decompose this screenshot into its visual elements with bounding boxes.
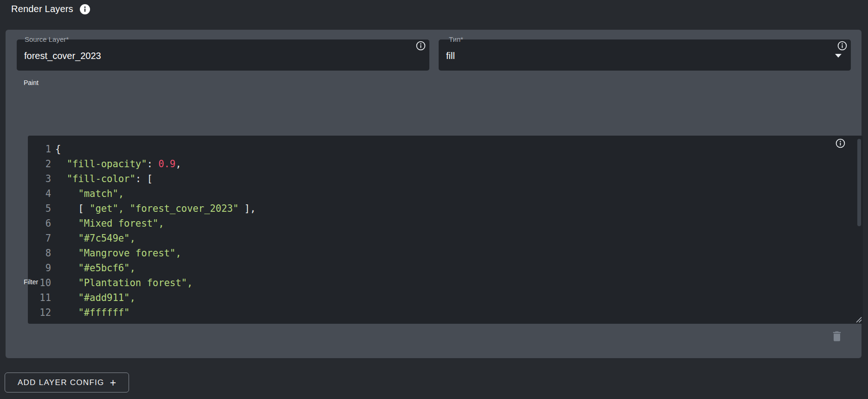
code-line: 5 [ "get", "forest_cover_2023" ], bbox=[28, 201, 854, 216]
paint-section: Paint 1{2 "fill-opacity": 0.9,3 "fill-co… bbox=[17, 83, 852, 271]
trash-icon bbox=[830, 337, 843, 344]
render-layers-page: Render Layers Source Layer* forest_cover… bbox=[0, 0, 868, 399]
code-text: [ "get", "forest_cover_2023" ], bbox=[51, 201, 256, 216]
page-header: Render Layers bbox=[11, 4, 90, 14]
plus-icon: + bbox=[110, 378, 116, 387]
line-number: 7 bbox=[28, 231, 51, 246]
code-line: 9 "#e5bcf6", bbox=[28, 261, 854, 275]
code-text: "fill-color": [ bbox=[51, 171, 153, 186]
filter-label: Filter bbox=[24, 278, 38, 286]
code-line: 1{ bbox=[28, 142, 854, 157]
add-layer-config-label: ADD LAYER CONFIG bbox=[18, 378, 104, 387]
line-number: 6 bbox=[28, 216, 51, 231]
line-number: 1 bbox=[28, 142, 51, 157]
code-text: "fill-opacity": 0.9, bbox=[51, 157, 181, 171]
line-number: 8 bbox=[28, 246, 51, 261]
filter-section: Filter 1[ "!=", [ "get", "forest_cover_2… bbox=[17, 282, 852, 310]
page-title: Render Layers bbox=[11, 4, 73, 14]
delete-layer-button[interactable] bbox=[830, 330, 844, 344]
chevron-down-icon[interactable] bbox=[835, 54, 842, 58]
info-outline-icon[interactable] bbox=[416, 41, 426, 51]
paint-label: Paint bbox=[24, 78, 39, 87]
code-line: 7 "#7c549e", bbox=[28, 231, 854, 246]
code-text: "match", bbox=[51, 186, 124, 201]
code-text: { bbox=[51, 142, 61, 157]
code-line: 3 "fill-color": [ bbox=[28, 171, 854, 186]
line-number: 3 bbox=[28, 171, 51, 186]
info-outline-icon[interactable] bbox=[837, 41, 847, 51]
code-line: 8 "Mangrove forest", bbox=[28, 246, 854, 261]
code-text: "#7c549e", bbox=[51, 231, 136, 246]
line-number: 2 bbox=[28, 157, 51, 171]
resize-grip-icon[interactable] bbox=[855, 316, 862, 323]
line-number: 4 bbox=[28, 186, 51, 201]
code-text: "Mangrove forest", bbox=[51, 246, 181, 261]
code-line: 6 "Mixed forest", bbox=[28, 216, 854, 231]
code-text: "#e5bcf6", bbox=[51, 261, 136, 275]
source-layer-field[interactable]: Source Layer* forest_cover_2023 bbox=[17, 39, 429, 71]
scrollbar-thumb[interactable] bbox=[857, 139, 861, 226]
line-number: 5 bbox=[28, 201, 51, 216]
source-layer-label: Source Layer* bbox=[25, 35, 69, 44]
code-line: 2 "fill-opacity": 0.9, bbox=[28, 157, 854, 171]
layer-config-card: Source Layer* forest_cover_2023 Тип* fil… bbox=[6, 30, 862, 358]
code-line: 4 "match", bbox=[28, 186, 854, 201]
code-text: "Mixed forest", bbox=[51, 216, 164, 231]
source-layer-value[interactable]: forest_cover_2023 bbox=[24, 51, 101, 61]
type-label: Тип* bbox=[449, 35, 463, 44]
type-select-field[interactable]: Тип* fill bbox=[439, 39, 851, 71]
add-layer-config-button[interactable]: ADD LAYER CONFIG + bbox=[5, 373, 129, 392]
type-value[interactable]: fill bbox=[446, 51, 455, 61]
line-number: 9 bbox=[28, 261, 51, 275]
info-outline-icon[interactable] bbox=[836, 138, 845, 148]
info-filled-icon[interactable] bbox=[80, 4, 90, 14]
